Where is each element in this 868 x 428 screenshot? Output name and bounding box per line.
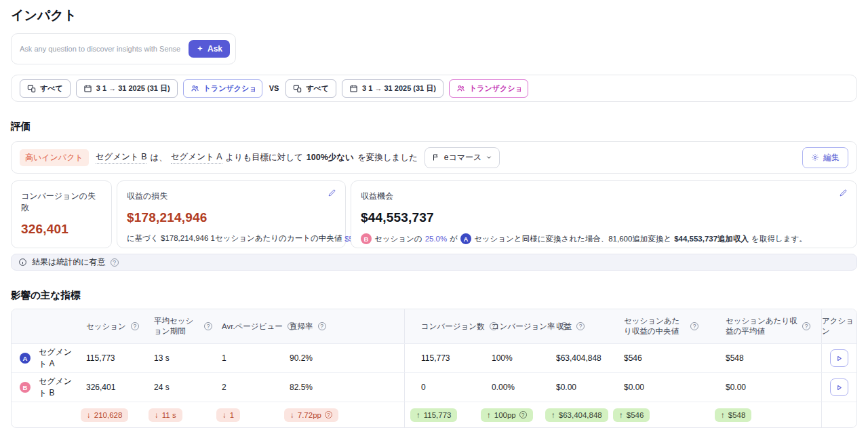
vs-label: VS: [268, 84, 281, 92]
sentence-part: は、: [150, 152, 167, 163]
card-label: コンバージョンの失敗: [21, 191, 102, 214]
header-avg-duration: 平均セッション期間: [144, 309, 212, 343]
sessions-value: 326,401: [77, 373, 144, 402]
sessions-delta: ↓ 210,628: [81, 408, 128, 422]
conversion-rate-delta: ↑ 100pp: [481, 408, 533, 422]
help-icon[interactable]: [576, 322, 585, 330]
avg-revenue-delta: ↑ $548: [715, 408, 751, 422]
table-row-segment-b: B セグメント B 326,401 24 s 2 82.5% 0 0.00% $…: [12, 372, 856, 402]
header-avg-revenue: セッションあたり収益の平均値: [709, 309, 821, 343]
header-revenue: 収益: [540, 309, 608, 343]
metrics-table: セッション 平均セッション期間 Avr.ページビュー 直帰率 コンバージョン数 …: [11, 309, 857, 428]
segment-a-badge: A: [20, 353, 31, 364]
segment-filter-label: トランザクション: [469, 83, 521, 94]
revenue-loss-value: $178,214,946: [127, 210, 336, 225]
table-delta-row: ↓ 210,628 ↓ 11 s ↓ 1 ↓ 7.72pp: [12, 402, 856, 427]
segment-name: セグメント A: [39, 344, 77, 372]
segment-b-badge: B: [20, 382, 31, 393]
help-icon[interactable]: [131, 322, 139, 330]
header-conversions: コンバージョン数: [404, 309, 475, 343]
arrow-down-icon: ↓: [87, 411, 91, 419]
pencil-icon[interactable]: [839, 189, 848, 197]
arrow-down-icon: ↓: [290, 411, 294, 419]
arrow-up-icon: ↑: [619, 411, 623, 419]
help-icon[interactable]: [802, 322, 810, 330]
audience-filter-button-left[interactable]: すべて: [20, 79, 71, 98]
segment-a-link[interactable]: セグメント A: [171, 151, 222, 164]
significance-bar: 結果は統計的に有意: [11, 254, 857, 271]
ask-button-label: Ask: [208, 44, 222, 54]
arrow-up-icon: ↑: [487, 411, 491, 419]
segment-filter-label: トランザクション: [203, 83, 255, 94]
avg-pageviews-value: 1: [212, 344, 280, 372]
audience-filter-label: すべて: [306, 83, 329, 94]
arrow-down-icon: ↓: [155, 411, 159, 419]
help-icon[interactable]: [204, 322, 212, 330]
revenue-opportunity-value: $44,553,737: [361, 210, 847, 225]
avg-pageviews-delta: ↓ 1: [216, 408, 240, 422]
bounce-rate-value: 90.2%: [280, 344, 404, 372]
avg-duration-value: 24 s: [144, 373, 212, 402]
header-sessions: セッション: [77, 309, 144, 343]
conversions-value: 0: [404, 373, 475, 402]
evaluation-sentence: セグメント B は、 セグメント A よりも目標に対して 100%少ない を変換…: [96, 151, 418, 164]
play-action-button[interactable]: [830, 349, 848, 367]
header-median-revenue: セッションあたり収益の中央値: [608, 309, 709, 343]
sentence-part: を変換しました: [357, 152, 418, 163]
header-name-cell: [39, 309, 77, 343]
gear-icon: [811, 153, 819, 161]
avg-duration-delta: ↓ 11 s: [149, 408, 182, 422]
highlight-value: 100%少ない: [307, 152, 354, 163]
significance-text: 結果は統計的に有意: [32, 256, 106, 268]
header-actions: アクション: [821, 309, 856, 343]
arrow-up-icon: ↑: [416, 411, 420, 419]
header-conversion-rate: コンバージョン率: [475, 309, 540, 343]
card-label: 収益の損失: [127, 191, 336, 202]
revenue-loss-card: 収益の損失 $178,214,946 に基づく $178,214,946 1セッ…: [117, 180, 346, 248]
ask-input[interactable]: [20, 45, 189, 53]
segment-filter-button-right[interactable]: トランザクション: [449, 79, 528, 98]
help-icon[interactable]: [690, 322, 698, 330]
revenue-delta: ↑ $63,404,848: [545, 408, 608, 422]
edit-button[interactable]: 編集: [802, 147, 848, 168]
table-header-row: セッション 平均セッション期間 Avr.ページビュー 直帰率 コンバージョン数 …: [12, 309, 856, 343]
sessions-value: 115,773: [77, 344, 144, 372]
metric-cards: コンバージョンの失敗 326,401 収益の損失 $178,214,946 に基…: [11, 180, 857, 248]
segment-b-link[interactable]: セグメント B: [96, 151, 147, 164]
sentence-part: よりも目標に対して: [226, 152, 303, 163]
header-badge-cell: [12, 309, 39, 343]
evaluation-heading: 評価: [11, 120, 857, 133]
help-icon[interactable]: [318, 322, 326, 330]
goal-select[interactable]: eコマース: [425, 147, 500, 168]
avg-revenue-value: $548: [709, 344, 821, 372]
help-icon[interactable]: [519, 411, 527, 419]
avg-pageviews-value: 2: [212, 373, 280, 402]
ask-button[interactable]: Ask: [189, 40, 230, 58]
date-range-button-right[interactable]: 3 1 → 31 2025 (31 日): [342, 79, 443, 98]
play-icon: [835, 384, 843, 391]
help-icon[interactable]: [325, 411, 332, 419]
metrics-heading: 影響の主な指標: [11, 289, 857, 302]
note-text: セッションの: [374, 234, 422, 244]
calendar-icon: [83, 84, 92, 93]
date-range-button-left[interactable]: 3 1 → 31 2025 (31 日): [76, 79, 178, 98]
play-action-button[interactable]: [830, 378, 848, 396]
edit-button-label: 編集: [823, 152, 840, 163]
date-range-label: 3 1 → 31 2025 (31 日): [96, 83, 170, 94]
devices-icon: [293, 84, 302, 93]
sparkle-icon: [196, 45, 204, 53]
bounce-rate-value: 82.5%: [280, 373, 404, 402]
pencil-icon[interactable]: [328, 189, 336, 197]
audience-filter-button-right[interactable]: すべて: [285, 79, 336, 98]
opportunity-percent[interactable]: 25.0%: [425, 235, 448, 243]
page-title: インパクト: [11, 0, 857, 24]
segment-filter-button-left[interactable]: トランザクション: [183, 79, 262, 98]
note-bold-value: $44,553,737追加収入: [674, 234, 749, 244]
bounce-rate-delta: ↓ 7.72pp: [284, 408, 338, 422]
median-revenue-delta: ↑ $546: [613, 408, 650, 422]
failed-conversions-card: コンバージョンの失敗 326,401: [11, 180, 112, 248]
help-icon[interactable]: [111, 258, 119, 267]
failed-conversions-value: 326,401: [21, 222, 102, 237]
note-text: に基づく $178,214,946 1セッションあたりのカートの中央値: [127, 233, 342, 244]
play-icon: [835, 355, 843, 362]
